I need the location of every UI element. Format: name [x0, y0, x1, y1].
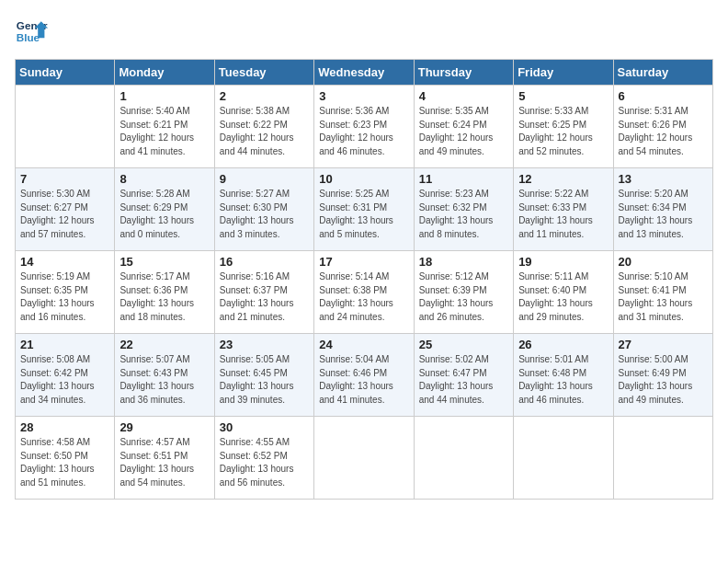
day-info: Sunrise: 5:11 AMSunset: 6:40 PMDaylight:… — [518, 270, 608, 324]
day-number: 18 — [419, 255, 508, 269]
day-info: Sunrise: 5:31 AMSunset: 6:26 PMDaylight:… — [619, 105, 708, 158]
calendar-table: SundayMondayTuesdayWednesdayThursdayFrid… — [15, 59, 713, 500]
day-number: 17 — [319, 255, 408, 269]
day-number: 12 — [518, 172, 608, 186]
day-number: 22 — [119, 338, 209, 351]
weekday-header: Wednesday — [314, 60, 414, 86]
day-info: Sunrise: 5:28 AMSunset: 6:29 PMDaylight:… — [119, 188, 209, 241]
day-info: Sunrise: 5:04 AMSunset: 6:46 PMDaylight:… — [319, 353, 408, 407]
day-info: Sunrise: 5:05 AMSunset: 6:45 PMDaylight:… — [220, 353, 309, 407]
day-number: 24 — [319, 338, 408, 351]
day-number: 3 — [319, 89, 408, 103]
day-info: Sunrise: 5:22 AMSunset: 6:33 PMDaylight:… — [518, 188, 608, 241]
day-info: Sunrise: 5:33 AMSunset: 6:25 PMDaylight:… — [518, 105, 608, 158]
day-number: 10 — [319, 172, 408, 186]
calendar-cell: 15Sunrise: 5:17 AMSunset: 6:36 PMDayligh… — [115, 251, 214, 334]
calendar-cell: 8Sunrise: 5:28 AMSunset: 6:29 PMDaylight… — [115, 168, 214, 251]
day-number: 14 — [20, 255, 109, 269]
day-number: 23 — [220, 338, 309, 351]
day-info: Sunrise: 5:14 AMSunset: 6:38 PMDaylight:… — [319, 270, 408, 324]
calendar-cell: 3Sunrise: 5:36 AMSunset: 6:23 PMDaylight… — [314, 86, 414, 168]
day-number: 29 — [119, 420, 209, 434]
day-number: 20 — [619, 255, 708, 269]
calendar-cell: 20Sunrise: 5:10 AMSunset: 6:41 PMDayligh… — [613, 251, 712, 334]
calendar-cell — [16, 86, 115, 168]
calendar-cell: 13Sunrise: 5:20 AMSunset: 6:34 PMDayligh… — [613, 168, 712, 251]
calendar-cell: 16Sunrise: 5:16 AMSunset: 6:37 PMDayligh… — [214, 251, 313, 334]
day-info: Sunrise: 5:27 AMSunset: 6:30 PMDaylight:… — [220, 188, 309, 241]
calendar-cell: 19Sunrise: 5:11 AMSunset: 6:40 PMDayligh… — [514, 251, 613, 334]
logo-icon: General Blue — [15, 15, 48, 48]
day-number: 25 — [419, 338, 508, 351]
day-info: Sunrise: 5:20 AMSunset: 6:34 PMDaylight:… — [619, 188, 708, 241]
day-info: Sunrise: 5:38 AMSunset: 6:22 PMDaylight:… — [220, 105, 309, 158]
calendar-cell: 28Sunrise: 4:58 AMSunset: 6:50 PMDayligh… — [16, 417, 115, 500]
calendar-cell: 23Sunrise: 5:05 AMSunset: 6:45 PMDayligh… — [214, 334, 313, 417]
calendar-cell: 26Sunrise: 5:01 AMSunset: 6:48 PMDayligh… — [514, 334, 613, 417]
day-info: Sunrise: 5:08 AMSunset: 6:42 PMDaylight:… — [20, 353, 109, 407]
day-info: Sunrise: 5:10 AMSunset: 6:41 PMDaylight:… — [619, 270, 708, 324]
calendar-cell: 30Sunrise: 4:55 AMSunset: 6:52 PMDayligh… — [214, 417, 313, 500]
calendar-week-row: 28Sunrise: 4:58 AMSunset: 6:50 PMDayligh… — [16, 417, 713, 500]
header-row: SundayMondayTuesdayWednesdayThursdayFrid… — [16, 60, 713, 86]
weekday-header: Monday — [115, 60, 214, 86]
day-number: 13 — [619, 172, 708, 186]
calendar-cell: 27Sunrise: 5:00 AMSunset: 6:49 PMDayligh… — [613, 334, 712, 417]
calendar-cell: 22Sunrise: 5:07 AMSunset: 6:43 PMDayligh… — [115, 334, 214, 417]
calendar-week-row: 14Sunrise: 5:19 AMSunset: 6:35 PMDayligh… — [16, 251, 713, 334]
day-info: Sunrise: 5:25 AMSunset: 6:31 PMDaylight:… — [319, 188, 408, 241]
day-number: 28 — [20, 420, 109, 434]
day-number: 7 — [20, 172, 109, 186]
day-info: Sunrise: 5:19 AMSunset: 6:35 PMDaylight:… — [20, 270, 109, 324]
day-info: Sunrise: 5:36 AMSunset: 6:23 PMDaylight:… — [319, 105, 408, 158]
calendar-cell: 7Sunrise: 5:30 AMSunset: 6:27 PMDaylight… — [16, 168, 115, 251]
day-number: 4 — [419, 89, 508, 103]
day-number: 21 — [20, 338, 109, 351]
day-number: 9 — [220, 172, 309, 186]
calendar-cell: 18Sunrise: 5:12 AMSunset: 6:39 PMDayligh… — [414, 251, 513, 334]
page-header: General Blue — [15, 15, 713, 48]
calendar-cell: 11Sunrise: 5:23 AMSunset: 6:32 PMDayligh… — [414, 168, 513, 251]
svg-text:Blue: Blue — [17, 31, 40, 43]
day-info: Sunrise: 5:16 AMSunset: 6:37 PMDaylight:… — [220, 270, 309, 324]
day-number: 2 — [220, 89, 309, 103]
calendar-cell: 4Sunrise: 5:35 AMSunset: 6:24 PMDaylight… — [414, 86, 513, 168]
day-info: Sunrise: 4:57 AMSunset: 6:51 PMDaylight:… — [119, 436, 209, 489]
day-number: 27 — [619, 338, 708, 351]
day-number: 26 — [518, 338, 608, 351]
calendar-cell: 2Sunrise: 5:38 AMSunset: 6:22 PMDaylight… — [214, 86, 313, 168]
calendar-cell — [414, 417, 513, 500]
calendar-week-row: 21Sunrise: 5:08 AMSunset: 6:42 PMDayligh… — [16, 334, 713, 417]
calendar-cell: 10Sunrise: 5:25 AMSunset: 6:31 PMDayligh… — [314, 168, 414, 251]
day-number: 5 — [518, 89, 608, 103]
calendar-cell: 5Sunrise: 5:33 AMSunset: 6:25 PMDaylight… — [514, 86, 613, 168]
day-info: Sunrise: 5:35 AMSunset: 6:24 PMDaylight:… — [419, 105, 508, 158]
weekday-header: Saturday — [613, 60, 712, 86]
day-info: Sunrise: 5:23 AMSunset: 6:32 PMDaylight:… — [419, 188, 508, 241]
day-number: 11 — [419, 172, 508, 186]
weekday-header: Tuesday — [214, 60, 313, 86]
calendar-cell: 21Sunrise: 5:08 AMSunset: 6:42 PMDayligh… — [16, 334, 115, 417]
day-number: 8 — [119, 172, 209, 186]
day-number: 1 — [119, 89, 209, 103]
day-number: 16 — [220, 255, 309, 269]
day-info: Sunrise: 5:12 AMSunset: 6:39 PMDaylight:… — [419, 270, 508, 324]
calendar-week-row: 1Sunrise: 5:40 AMSunset: 6:21 PMDaylight… — [16, 86, 713, 168]
day-info: Sunrise: 5:17 AMSunset: 6:36 PMDaylight:… — [119, 270, 209, 324]
calendar-cell: 17Sunrise: 5:14 AMSunset: 6:38 PMDayligh… — [314, 251, 414, 334]
day-number: 19 — [518, 255, 608, 269]
calendar-cell: 29Sunrise: 4:57 AMSunset: 6:51 PMDayligh… — [115, 417, 214, 500]
calendar-cell — [314, 417, 414, 500]
calendar-cell — [613, 417, 712, 500]
weekday-header: Friday — [514, 60, 613, 86]
day-number: 6 — [619, 89, 708, 103]
weekday-header: Thursday — [414, 60, 513, 86]
calendar-cell: 1Sunrise: 5:40 AMSunset: 6:21 PMDaylight… — [115, 86, 214, 168]
day-info: Sunrise: 5:07 AMSunset: 6:43 PMDaylight:… — [119, 353, 209, 407]
day-info: Sunrise: 5:00 AMSunset: 6:49 PMDaylight:… — [619, 353, 708, 407]
calendar-cell: 24Sunrise: 5:04 AMSunset: 6:46 PMDayligh… — [314, 334, 414, 417]
day-number: 30 — [220, 420, 309, 434]
day-info: Sunrise: 5:40 AMSunset: 6:21 PMDaylight:… — [119, 105, 209, 158]
calendar-cell: 14Sunrise: 5:19 AMSunset: 6:35 PMDayligh… — [16, 251, 115, 334]
day-info: Sunrise: 4:58 AMSunset: 6:50 PMDaylight:… — [20, 436, 109, 489]
